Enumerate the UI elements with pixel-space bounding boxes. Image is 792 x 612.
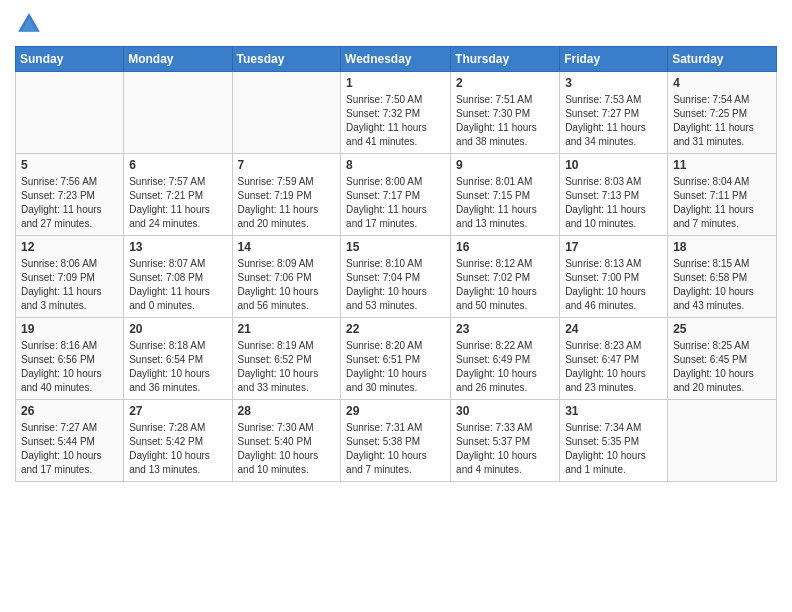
calendar-cell bbox=[668, 400, 777, 482]
day-number: 21 bbox=[238, 322, 336, 336]
calendar-cell bbox=[16, 72, 124, 154]
day-number: 27 bbox=[129, 404, 226, 418]
day-info: Sunrise: 8:04 AMSunset: 7:11 PMDaylight:… bbox=[673, 175, 771, 231]
calendar-cell: 21Sunrise: 8:19 AMSunset: 6:52 PMDayligh… bbox=[232, 318, 341, 400]
day-number: 11 bbox=[673, 158, 771, 172]
day-number: 15 bbox=[346, 240, 445, 254]
day-number: 8 bbox=[346, 158, 445, 172]
weekday-header-wednesday: Wednesday bbox=[341, 47, 451, 72]
day-info: Sunrise: 7:51 AMSunset: 7:30 PMDaylight:… bbox=[456, 93, 554, 149]
day-info: Sunrise: 8:23 AMSunset: 6:47 PMDaylight:… bbox=[565, 339, 662, 395]
calendar-cell: 22Sunrise: 8:20 AMSunset: 6:51 PMDayligh… bbox=[341, 318, 451, 400]
weekday-header-monday: Monday bbox=[124, 47, 232, 72]
calendar-cell: 24Sunrise: 8:23 AMSunset: 6:47 PMDayligh… bbox=[560, 318, 668, 400]
logo bbox=[15, 10, 47, 38]
day-info: Sunrise: 7:53 AMSunset: 7:27 PMDaylight:… bbox=[565, 93, 662, 149]
calendar-cell: 28Sunrise: 7:30 AMSunset: 5:40 PMDayligh… bbox=[232, 400, 341, 482]
calendar-cell: 12Sunrise: 8:06 AMSunset: 7:09 PMDayligh… bbox=[16, 236, 124, 318]
calendar-cell: 14Sunrise: 8:09 AMSunset: 7:06 PMDayligh… bbox=[232, 236, 341, 318]
day-number: 26 bbox=[21, 404, 118, 418]
day-info: Sunrise: 7:50 AMSunset: 7:32 PMDaylight:… bbox=[346, 93, 445, 149]
day-number: 14 bbox=[238, 240, 336, 254]
day-number: 19 bbox=[21, 322, 118, 336]
day-info: Sunrise: 8:13 AMSunset: 7:00 PMDaylight:… bbox=[565, 257, 662, 313]
day-number: 20 bbox=[129, 322, 226, 336]
calendar-cell: 17Sunrise: 8:13 AMSunset: 7:00 PMDayligh… bbox=[560, 236, 668, 318]
day-info: Sunrise: 8:00 AMSunset: 7:17 PMDaylight:… bbox=[346, 175, 445, 231]
day-number: 23 bbox=[456, 322, 554, 336]
day-number: 30 bbox=[456, 404, 554, 418]
day-info: Sunrise: 8:20 AMSunset: 6:51 PMDaylight:… bbox=[346, 339, 445, 395]
day-info: Sunrise: 7:31 AMSunset: 5:38 PMDaylight:… bbox=[346, 421, 445, 477]
calendar-cell: 29Sunrise: 7:31 AMSunset: 5:38 PMDayligh… bbox=[341, 400, 451, 482]
calendar-cell: 3Sunrise: 7:53 AMSunset: 7:27 PMDaylight… bbox=[560, 72, 668, 154]
day-number: 17 bbox=[565, 240, 662, 254]
calendar-cell: 20Sunrise: 8:18 AMSunset: 6:54 PMDayligh… bbox=[124, 318, 232, 400]
day-info: Sunrise: 8:25 AMSunset: 6:45 PMDaylight:… bbox=[673, 339, 771, 395]
calendar-cell: 26Sunrise: 7:27 AMSunset: 5:44 PMDayligh… bbox=[16, 400, 124, 482]
calendar-week-row-1: 1Sunrise: 7:50 AMSunset: 7:32 PMDaylight… bbox=[16, 72, 777, 154]
day-info: Sunrise: 7:57 AMSunset: 7:21 PMDaylight:… bbox=[129, 175, 226, 231]
day-number: 6 bbox=[129, 158, 226, 172]
day-number: 18 bbox=[673, 240, 771, 254]
day-number: 22 bbox=[346, 322, 445, 336]
day-info: Sunrise: 7:33 AMSunset: 5:37 PMDaylight:… bbox=[456, 421, 554, 477]
calendar-cell: 9Sunrise: 8:01 AMSunset: 7:15 PMDaylight… bbox=[451, 154, 560, 236]
day-info: Sunrise: 7:54 AMSunset: 7:25 PMDaylight:… bbox=[673, 93, 771, 149]
day-info: Sunrise: 8:10 AMSunset: 7:04 PMDaylight:… bbox=[346, 257, 445, 313]
calendar-cell: 1Sunrise: 7:50 AMSunset: 7:32 PMDaylight… bbox=[341, 72, 451, 154]
calendar-cell: 2Sunrise: 7:51 AMSunset: 7:30 PMDaylight… bbox=[451, 72, 560, 154]
day-info: Sunrise: 7:59 AMSunset: 7:19 PMDaylight:… bbox=[238, 175, 336, 231]
calendar-cell: 18Sunrise: 8:15 AMSunset: 6:58 PMDayligh… bbox=[668, 236, 777, 318]
calendar-cell bbox=[232, 72, 341, 154]
day-number: 29 bbox=[346, 404, 445, 418]
day-number: 3 bbox=[565, 76, 662, 90]
day-number: 28 bbox=[238, 404, 336, 418]
calendar-cell: 7Sunrise: 7:59 AMSunset: 7:19 PMDaylight… bbox=[232, 154, 341, 236]
day-info: Sunrise: 7:56 AMSunset: 7:23 PMDaylight:… bbox=[21, 175, 118, 231]
day-number: 1 bbox=[346, 76, 445, 90]
calendar-cell: 13Sunrise: 8:07 AMSunset: 7:08 PMDayligh… bbox=[124, 236, 232, 318]
day-info: Sunrise: 7:30 AMSunset: 5:40 PMDaylight:… bbox=[238, 421, 336, 477]
day-number: 9 bbox=[456, 158, 554, 172]
day-number: 13 bbox=[129, 240, 226, 254]
day-info: Sunrise: 8:15 AMSunset: 6:58 PMDaylight:… bbox=[673, 257, 771, 313]
calendar-week-row-3: 12Sunrise: 8:06 AMSunset: 7:09 PMDayligh… bbox=[16, 236, 777, 318]
header bbox=[15, 10, 777, 38]
day-info: Sunrise: 8:19 AMSunset: 6:52 PMDaylight:… bbox=[238, 339, 336, 395]
day-number: 24 bbox=[565, 322, 662, 336]
day-info: Sunrise: 8:22 AMSunset: 6:49 PMDaylight:… bbox=[456, 339, 554, 395]
day-number: 31 bbox=[565, 404, 662, 418]
day-info: Sunrise: 7:27 AMSunset: 5:44 PMDaylight:… bbox=[21, 421, 118, 477]
calendar-cell: 8Sunrise: 8:00 AMSunset: 7:17 PMDaylight… bbox=[341, 154, 451, 236]
weekday-header-row: SundayMondayTuesdayWednesdayThursdayFrid… bbox=[16, 47, 777, 72]
day-info: Sunrise: 8:07 AMSunset: 7:08 PMDaylight:… bbox=[129, 257, 226, 313]
logo-icon bbox=[15, 10, 43, 38]
calendar-week-row-4: 19Sunrise: 8:16 AMSunset: 6:56 PMDayligh… bbox=[16, 318, 777, 400]
calendar-cell: 6Sunrise: 7:57 AMSunset: 7:21 PMDaylight… bbox=[124, 154, 232, 236]
day-number: 12 bbox=[21, 240, 118, 254]
day-number: 2 bbox=[456, 76, 554, 90]
weekday-header-saturday: Saturday bbox=[668, 47, 777, 72]
day-info: Sunrise: 8:18 AMSunset: 6:54 PMDaylight:… bbox=[129, 339, 226, 395]
calendar-cell: 31Sunrise: 7:34 AMSunset: 5:35 PMDayligh… bbox=[560, 400, 668, 482]
calendar-cell: 23Sunrise: 8:22 AMSunset: 6:49 PMDayligh… bbox=[451, 318, 560, 400]
calendar-cell bbox=[124, 72, 232, 154]
day-info: Sunrise: 8:06 AMSunset: 7:09 PMDaylight:… bbox=[21, 257, 118, 313]
calendar-cell: 15Sunrise: 8:10 AMSunset: 7:04 PMDayligh… bbox=[341, 236, 451, 318]
day-info: Sunrise: 8:09 AMSunset: 7:06 PMDaylight:… bbox=[238, 257, 336, 313]
calendar-cell: 11Sunrise: 8:04 AMSunset: 7:11 PMDayligh… bbox=[668, 154, 777, 236]
weekday-header-sunday: Sunday bbox=[16, 47, 124, 72]
calendar-week-row-5: 26Sunrise: 7:27 AMSunset: 5:44 PMDayligh… bbox=[16, 400, 777, 482]
calendar-cell: 5Sunrise: 7:56 AMSunset: 7:23 PMDaylight… bbox=[16, 154, 124, 236]
day-number: 4 bbox=[673, 76, 771, 90]
day-info: Sunrise: 8:03 AMSunset: 7:13 PMDaylight:… bbox=[565, 175, 662, 231]
day-number: 16 bbox=[456, 240, 554, 254]
calendar-cell: 16Sunrise: 8:12 AMSunset: 7:02 PMDayligh… bbox=[451, 236, 560, 318]
day-info: Sunrise: 8:12 AMSunset: 7:02 PMDaylight:… bbox=[456, 257, 554, 313]
calendar-cell: 10Sunrise: 8:03 AMSunset: 7:13 PMDayligh… bbox=[560, 154, 668, 236]
weekday-header-tuesday: Tuesday bbox=[232, 47, 341, 72]
calendar-cell: 19Sunrise: 8:16 AMSunset: 6:56 PMDayligh… bbox=[16, 318, 124, 400]
weekday-header-friday: Friday bbox=[560, 47, 668, 72]
day-number: 10 bbox=[565, 158, 662, 172]
